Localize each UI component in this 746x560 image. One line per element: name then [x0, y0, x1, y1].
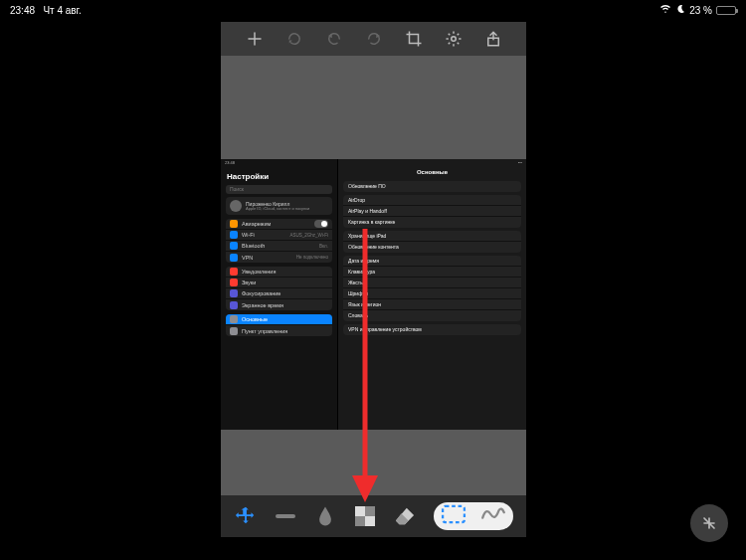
detail-group: Хранилище iPadОбновление контента — [343, 231, 521, 253]
canvas-pad-bottom — [221, 430, 526, 495]
share-button[interactable] — [483, 29, 503, 49]
detail-group: Дата и времяКлавиатураЖестыШрифтыЯзык и … — [343, 256, 521, 321]
svg-rect-4 — [365, 506, 375, 516]
settings-row: VPNНе подключено — [226, 252, 332, 263]
row-label: Wi-Fi — [242, 232, 285, 238]
detail-group: VPN и управление устройством — [343, 324, 521, 335]
detail-row: Картинка в картинке — [343, 217, 521, 228]
row-label: Bluetooth — [242, 243, 315, 249]
rotate-button[interactable] — [284, 29, 304, 49]
row-value: Не подключено — [296, 255, 328, 260]
settings-row: Уведомления — [226, 267, 332, 278]
status-time: 23:48 — [10, 5, 35, 16]
undo-button[interactable] — [324, 29, 344, 49]
detail-title: Основные — [338, 169, 526, 178]
row-value: Вкл. — [319, 244, 328, 249]
wifi-icon — [659, 4, 671, 16]
pixelate-tool[interactable] — [354, 505, 376, 527]
selection-mode-pill — [434, 502, 513, 530]
add-button[interactable] — [245, 29, 265, 49]
row-label: VPN — [242, 255, 292, 261]
row-icon — [230, 279, 238, 286]
detail-group: AirDropAirPlay и HandoffКартинка в карти… — [343, 195, 521, 228]
svg-rect-3 — [355, 506, 365, 516]
settings-sidebar: Настройки Поиск Пироженко Кирилл Apple I… — [221, 159, 338, 430]
detail-row: Обновление контента — [343, 242, 521, 253]
row-value: ASUS_2Ghz_Wi-Fi — [289, 233, 328, 238]
status-left: 23:48 Чт 4 авг. — [10, 5, 82, 16]
freehand-select-tool[interactable] — [480, 505, 506, 527]
detail-row: Язык и регион — [343, 299, 521, 310]
row-label: Звуки — [242, 280, 328, 285]
settings-row: Wi-FiASUS_2Ghz_Wi-Fi — [226, 230, 332, 241]
row-label: Экранное время — [242, 302, 328, 308]
rectangle-select-tool[interactable] — [441, 504, 466, 528]
settings-row: BluetoothВкл. — [226, 241, 332, 252]
collapse-arrow-icon — [699, 513, 719, 533]
svg-point-0 — [451, 37, 456, 42]
row-label: Авиарежим — [242, 221, 310, 227]
detail-row: Хранилище iPad — [343, 231, 521, 242]
row-label: Уведомления — [242, 269, 328, 275]
detail-row: AirPlay и Handoff — [343, 206, 521, 217]
row-icon — [230, 268, 238, 276]
settings-group-2: УведомленияЗвукиФокусированиеЭкранное вр… — [226, 267, 332, 310]
editor-column: 23:48 ••• Настройки Поиск Пироженко Кири… — [221, 22, 526, 537]
avatar — [230, 200, 242, 212]
crop-button[interactable] — [404, 29, 424, 49]
settings-button[interactable] — [444, 29, 464, 49]
svg-rect-6 — [365, 516, 375, 526]
bottom-toolbar — [221, 495, 526, 537]
detail-row: Словарь — [343, 310, 521, 321]
row-label: Пункт управления — [242, 328, 328, 334]
svg-rect-2 — [276, 514, 295, 518]
blur-tool[interactable] — [314, 505, 336, 527]
inner-status-bar: 23:48 ••• — [221, 159, 526, 167]
settings-row: Пункт управления — [226, 325, 332, 336]
move-tool[interactable] — [235, 505, 257, 527]
svg-rect-5 — [355, 516, 365, 526]
settings-search: Поиск — [226, 185, 332, 194]
battery-percent: 23 % — [689, 5, 712, 16]
detail-row: Обновление ПО — [343, 181, 521, 192]
row-icon — [230, 289, 238, 297]
toggle — [314, 220, 328, 228]
settings-row: Основные — [226, 314, 332, 325]
eraser-tool[interactable] — [394, 505, 416, 527]
settings-row: Экранное время — [226, 299, 332, 310]
redo-button[interactable] — [364, 29, 384, 49]
detail-group: Обновление ПО — [343, 181, 521, 192]
edited-screenshot[interactable]: 23:48 ••• Настройки Поиск Пироженко Кири… — [221, 159, 526, 430]
minimize-floating-button[interactable] — [690, 504, 728, 542]
battery-icon — [716, 6, 736, 15]
detail-row: VPN и управление устройством — [343, 324, 521, 335]
settings-group-1: АвиарежимWi-FiASUS_2Ghz_Wi-FiBluetoothВк… — [226, 219, 332, 263]
detail-row: AirDrop — [343, 195, 521, 206]
detail-row: Дата и время — [343, 256, 521, 267]
settings-title: Настройки — [221, 169, 337, 183]
top-toolbar — [221, 22, 526, 56]
profile-row: Пироженко Кирилл Apple ID, iCloud, конте… — [226, 197, 332, 215]
settings-row: Авиарежим — [226, 219, 332, 230]
settings-row: Фокусирование — [226, 288, 332, 299]
row-icon — [230, 315, 238, 323]
row-icon — [230, 301, 238, 309]
settings-group-3: ОсновныеПункт управления — [226, 314, 332, 336]
status-right: 23 % — [659, 4, 736, 16]
row-label: Фокусирование — [242, 290, 328, 296]
dnd-moon-icon — [675, 4, 685, 16]
row-icon — [230, 220, 238, 228]
profile-subtitle: Apple ID, iCloud, контент и покупки — [246, 207, 309, 212]
row-icon — [230, 231, 238, 239]
status-bar: 23:48 Чт 4 авг. 23 % — [0, 0, 746, 20]
row-icon — [230, 242, 238, 250]
detail-row: Шрифты — [343, 288, 521, 299]
status-date: Чт 4 авг. — [43, 5, 81, 16]
row-icon — [230, 254, 238, 262]
canvas-pad-top — [221, 56, 526, 159]
line-tool[interactable] — [275, 505, 296, 527]
row-label: Основные — [242, 316, 328, 322]
detail-row: Жесты — [343, 278, 521, 288]
row-icon — [230, 327, 238, 335]
settings-detail: Основные Обновление ПОAirDropAirPlay и H… — [338, 159, 526, 430]
